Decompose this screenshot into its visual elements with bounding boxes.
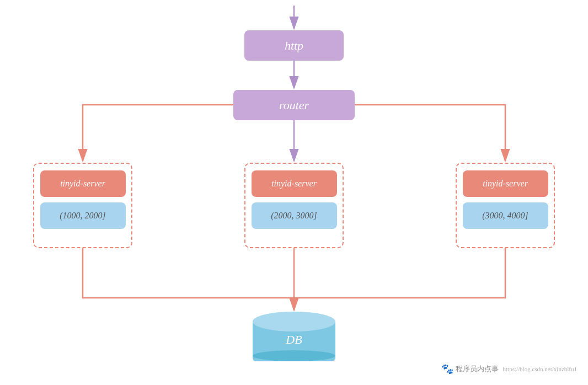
db-cylinder: DB xyxy=(253,312,335,361)
watermark-url: https://blog.csdn.net/xinzhifu1 xyxy=(503,366,577,372)
server-box-right: tinyid-server (3000, 4000] xyxy=(456,163,555,248)
http-label: http xyxy=(285,39,303,53)
db-cylinder-top xyxy=(253,312,335,331)
db-container: DB xyxy=(244,312,344,367)
server-label-left: tinyid-server xyxy=(40,170,126,197)
watermark: 🐾 程序员内点事 https://blog.csdn.net/xinzhifu1 xyxy=(441,363,577,375)
range-label-left: (1000, 2000] xyxy=(40,202,126,229)
server-label-center: tinyid-server xyxy=(252,170,337,197)
range-label-right: (3000, 4000] xyxy=(463,202,548,229)
server-label-right: tinyid-server xyxy=(463,170,548,197)
watermark-icon: 🐾 xyxy=(441,363,453,375)
watermark-text: 程序员内点事 xyxy=(456,364,499,374)
server-box-left: tinyid-server (1000, 2000] xyxy=(33,163,132,248)
range-label-center: (2000, 3000] xyxy=(252,202,337,229)
server-box-center: tinyid-server (2000, 3000] xyxy=(244,163,344,248)
db-label: DB xyxy=(253,333,335,347)
router-node: router xyxy=(233,90,355,120)
http-node: http xyxy=(244,30,344,61)
db-cylinder-bottom-ellipse xyxy=(253,350,335,361)
diagram-container: http router tinyid-server (1000, 2000] t… xyxy=(0,0,588,385)
router-label: router xyxy=(279,98,309,113)
